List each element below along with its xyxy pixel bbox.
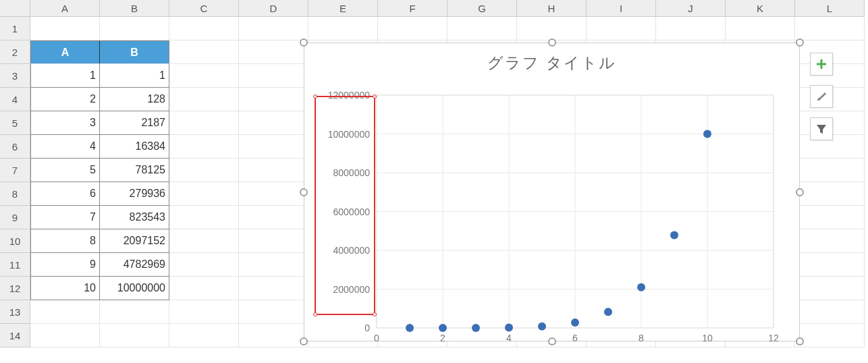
col-header-F[interactable]: F	[378, 0, 447, 17]
row-header-12[interactable]: 12	[0, 277, 30, 300]
cell-C10[interactable]	[169, 229, 239, 253]
col-header-A[interactable]: A	[30, 0, 100, 17]
row-header-10[interactable]: 10	[0, 229, 30, 253]
cell-C6[interactable]	[169, 135, 239, 159]
row-header-9[interactable]: 9	[0, 206, 30, 229]
cell-L9[interactable]	[795, 206, 865, 229]
cell-C2[interactable]	[169, 40, 239, 64]
chart-handle-e[interactable]	[796, 188, 804, 196]
cell-B5[interactable]: 2187	[100, 111, 169, 135]
cell-F1[interactable]	[378, 17, 447, 40]
cell-A13[interactable]	[30, 300, 100, 324]
row-header-4[interactable]: 4	[0, 88, 30, 111]
y-axis-selection[interactable]	[315, 96, 375, 315]
cell-B8[interactable]: 279936	[100, 182, 169, 206]
row-header-11[interactable]: 11	[0, 253, 30, 277]
cell-B6[interactable]: 16384	[100, 135, 169, 159]
chart-filter-button[interactable]	[810, 117, 833, 140]
cell-L11[interactable]	[795, 253, 865, 277]
cell-D4[interactable]	[239, 88, 308, 111]
cell-C11[interactable]	[169, 253, 239, 277]
col-header-K[interactable]: K	[726, 0, 795, 17]
row-header-13[interactable]: 13	[0, 300, 30, 324]
cell-B12[interactable]: 10000000	[100, 277, 169, 300]
cell-D5[interactable]	[239, 111, 308, 135]
cell-I1[interactable]	[587, 17, 656, 40]
col-header-L[interactable]: L	[795, 0, 865, 17]
cell-L7[interactable]	[795, 159, 865, 182]
cell-L8[interactable]	[795, 182, 865, 206]
cell-C14[interactable]	[169, 324, 239, 347]
cell-A5[interactable]: 3	[30, 111, 100, 135]
row-header-6[interactable]: 6	[0, 135, 30, 159]
cell-B3[interactable]: 1	[100, 64, 169, 88]
chart-handle-se[interactable]	[796, 337, 804, 345]
col-header-D[interactable]: D	[239, 0, 308, 17]
cell-A3[interactable]: 1	[30, 64, 100, 88]
row-header-14[interactable]: 14	[0, 324, 30, 347]
chart-plot-area[interactable]: 0246810120200000040000006000000800000010…	[304, 82, 801, 352]
col-header-I[interactable]: I	[587, 0, 656, 17]
cell-A7[interactable]: 5	[30, 159, 100, 182]
table-header-B[interactable]: B	[100, 40, 169, 64]
row-header-3[interactable]: 3	[0, 64, 30, 88]
cell-D8[interactable]	[239, 182, 308, 206]
chart-styles-button[interactable]	[810, 85, 833, 108]
col-header-B[interactable]: B	[100, 0, 169, 17]
cell-A8[interactable]: 6	[30, 182, 100, 206]
cell-D10[interactable]	[239, 229, 308, 253]
row-header-7[interactable]: 7	[0, 159, 30, 182]
cell-A11[interactable]: 9	[30, 253, 100, 277]
cell-B7[interactable]: 78125	[100, 159, 169, 182]
cell-A12[interactable]: 10	[30, 277, 100, 300]
cell-D6[interactable]	[239, 135, 308, 159]
cell-L1[interactable]	[795, 17, 865, 40]
cell-B4[interactable]: 128	[100, 88, 169, 111]
row-header-5[interactable]: 5	[0, 111, 30, 135]
cell-D9[interactable]	[239, 206, 308, 229]
cell-K1[interactable]	[726, 17, 795, 40]
chart-elements-button[interactable]	[810, 53, 833, 76]
cell-D2[interactable]	[239, 40, 308, 64]
cell-L10[interactable]	[795, 229, 865, 253]
col-header-H[interactable]: H	[517, 0, 587, 17]
col-header-J[interactable]: J	[656, 0, 726, 17]
cell-H1[interactable]	[517, 17, 587, 40]
cell-A1[interactable]	[30, 17, 100, 40]
cell-D12[interactable]	[239, 277, 308, 300]
cell-A4[interactable]: 2	[30, 88, 100, 111]
cell-D14[interactable]	[239, 324, 308, 347]
chart-handle-sw[interactable]	[300, 337, 308, 345]
cell-C7[interactable]	[169, 159, 239, 182]
cell-C1[interactable]	[169, 17, 239, 40]
cell-C5[interactable]	[169, 111, 239, 135]
cell-B10[interactable]: 2097152	[100, 229, 169, 253]
cell-D1[interactable]	[239, 17, 308, 40]
row-header-1[interactable]: 1	[0, 17, 30, 40]
cell-C3[interactable]	[169, 64, 239, 88]
select-all-corner[interactable]	[0, 0, 30, 17]
chart-handle-s[interactable]	[548, 337, 556, 345]
col-header-E[interactable]: E	[308, 0, 378, 17]
chart-title[interactable]: グラフ タイトル	[304, 43, 799, 82]
chart-handle-n[interactable]	[548, 38, 556, 47]
cell-A14[interactable]	[30, 324, 100, 347]
table-header-A[interactable]: A	[30, 40, 100, 64]
cell-B13[interactable]	[100, 300, 169, 324]
cell-A6[interactable]: 4	[30, 135, 100, 159]
embedded-chart[interactable]: グラフ タイトル 0246810120200000040000006000000…	[304, 43, 800, 341]
row-header-8[interactable]: 8	[0, 182, 30, 206]
cell-D11[interactable]	[239, 253, 308, 277]
cell-C9[interactable]	[169, 206, 239, 229]
chart-handle-nw[interactable]	[300, 38, 308, 47]
cell-G1[interactable]	[447, 17, 517, 40]
cell-B9[interactable]: 823543	[100, 206, 169, 229]
cell-E1[interactable]	[308, 17, 378, 40]
cell-A9[interactable]: 7	[30, 206, 100, 229]
chart-handle-ne[interactable]	[796, 38, 804, 47]
cell-D7[interactable]	[239, 159, 308, 182]
cell-L14[interactable]	[795, 324, 865, 347]
cell-C13[interactable]	[169, 300, 239, 324]
cell-C4[interactable]	[169, 88, 239, 111]
cell-D13[interactable]	[239, 300, 308, 324]
